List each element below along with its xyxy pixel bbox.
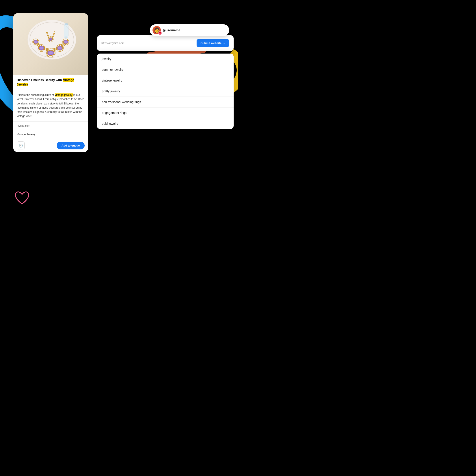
pin-image: [13, 13, 88, 75]
add-to-queue-button[interactable]: Add to queue: [57, 142, 85, 149]
submit-website-button[interactable]: Submit website →: [197, 39, 229, 47]
pin-description-section: Explore the enchanting allure of vintage…: [13, 90, 88, 122]
pin-title: Discover Timeless Beauty with Vintage Je…: [17, 78, 85, 87]
keyword-item[interactable]: non traditional wedding rings: [97, 97, 234, 107]
keyword-item[interactable]: gold jewelry: [97, 118, 234, 129]
keyword-item[interactable]: jewelry: [97, 53, 234, 64]
keyword-list: jewelrysummer jewelryvintage jewelrypret…: [97, 53, 234, 129]
username-label: @username: [163, 28, 180, 32]
pinterest-badge-icon: p: [158, 31, 162, 35]
website-input-card: Submit website →: [97, 35, 234, 51]
pin-card: Discover Timeless Beauty with Vintage Je…: [13, 13, 88, 152]
pin-board: Vintage Jewelry: [13, 130, 88, 139]
avatar-container: 👩 p: [153, 26, 161, 34]
pin-url: mysite.com: [13, 122, 88, 130]
svg-point-16: [64, 41, 67, 43]
necklace-illustration: [18, 16, 84, 73]
schedule-icon[interactable]: 🕐: [17, 141, 25, 149]
pin-title-section: Discover Timeless Beauty with Vintage Je…: [13, 75, 88, 90]
main-content: Discover Timeless Beauty with Vintage Je…: [13, 7, 234, 231]
svg-point-7: [40, 47, 43, 49]
keyword-item[interactable]: pretty jewelry: [97, 86, 234, 97]
keyword-item[interactable]: summer jewelry: [97, 64, 234, 75]
svg-point-3: [49, 51, 53, 54]
svg-rect-25: [65, 23, 68, 25]
svg-point-26: [64, 36, 68, 39]
right-panel: 👩 p @username Submit website → jewelrysu…: [97, 35, 234, 129]
svg-point-10: [58, 47, 62, 49]
svg-rect-24: [64, 24, 68, 37]
svg-point-13: [34, 41, 37, 43]
website-input[interactable]: [101, 41, 194, 45]
pin-actions: 🕐 Add to queue: [13, 139, 88, 152]
keyword-item[interactable]: vintage jewelry: [97, 75, 234, 86]
username-badge[interactable]: 👩 p @username: [150, 24, 229, 36]
keyword-item[interactable]: engagement rings: [97, 107, 234, 118]
